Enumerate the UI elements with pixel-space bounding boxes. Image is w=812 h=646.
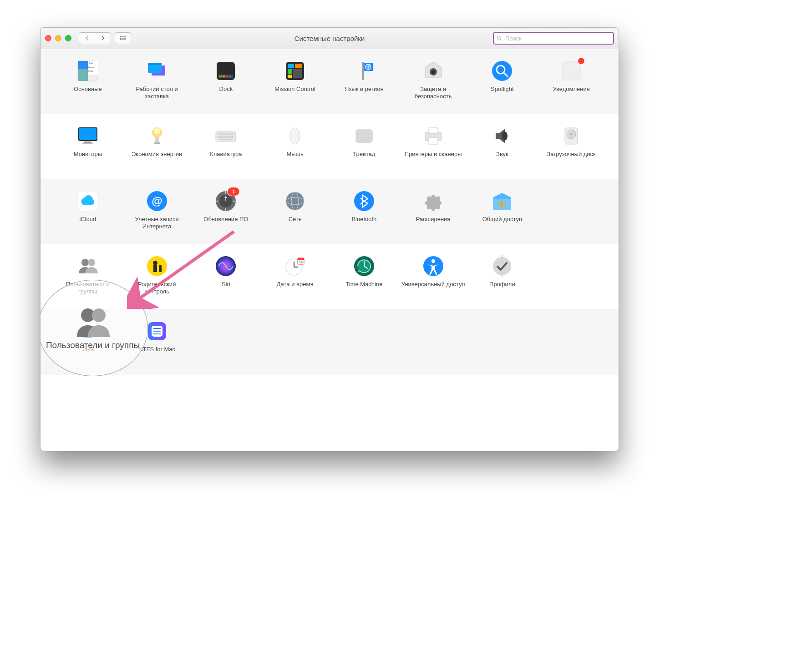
pref-siri[interactable]: Siri [192, 252, 261, 300]
show-all-button[interactable] [115, 32, 131, 44]
pref-dock[interactable]: Dock [192, 57, 261, 105]
pref-icloud[interactable]: iCloud [53, 187, 122, 235]
svg-point-80 [81, 259, 89, 266]
network-icon [283, 189, 307, 213]
svg-text:@: @ [152, 195, 162, 207]
back-button[interactable] [79, 33, 95, 44]
svg-text:18: 18 [299, 261, 303, 264]
svg-rect-79 [501, 202, 503, 207]
svg-rect-59 [429, 138, 438, 144]
svg-rect-12 [148, 63, 162, 65]
close-button[interactable] [45, 35, 51, 41]
pref-accessibility[interactable]: Универсальный доступ [399, 252, 468, 300]
svg-rect-46 [228, 133, 230, 135]
pref-profiles[interactable]: Профили [468, 252, 537, 300]
pref-displays[interactable]: Мониторы [53, 122, 122, 170]
pref-network[interactable]: Сеть [260, 187, 330, 235]
pref-general[interactable]: File New Ope Основные [53, 57, 122, 105]
pref-desktop[interactable]: Рабочий стол и заставка [122, 57, 192, 105]
svg-rect-49 [220, 136, 222, 138]
pref-sound[interactable]: Звук [468, 122, 537, 170]
svg-rect-32 [562, 62, 580, 80]
pref-internet-accounts[interactable]: @ Учетные записи Интернета [122, 187, 192, 235]
search-input[interactable] [504, 35, 610, 42]
notification-dot-icon [578, 58, 584, 64]
pref-label: Сеть [289, 216, 302, 223]
pref-label: Уведомления [553, 86, 589, 93]
users-icon-large [73, 305, 112, 337]
svg-rect-23 [293, 69, 302, 78]
svg-point-0 [497, 36, 501, 40]
pref-label: Клавиатура [210, 151, 242, 158]
svg-rect-9 [78, 69, 88, 81]
minimize-button[interactable] [55, 35, 61, 41]
dock-icon [214, 59, 238, 83]
pref-parental[interactable]: Родительский контроль [122, 252, 192, 300]
svg-rect-52 [228, 136, 230, 138]
zoom-button[interactable] [65, 35, 71, 41]
svg-rect-42 [218, 133, 219, 135]
pref-label: Трекпад [353, 151, 375, 158]
pref-label: Защита и безопасность [401, 86, 465, 101]
pref-spotlight[interactable]: Spotlight [468, 57, 537, 105]
svg-point-81 [88, 259, 95, 266]
svg-rect-92 [298, 258, 304, 260]
pref-label: Загрузочный диск [547, 151, 595, 158]
pref-label: Siri [222, 281, 230, 288]
nav-segment [79, 32, 111, 44]
pref-mission-control[interactable]: Mission Control [260, 57, 330, 105]
pref-notifications[interactable]: Уведомления [537, 57, 606, 105]
pref-security[interactable]: Защита и безопасность [399, 57, 468, 105]
pref-extensions[interactable]: Расширения [399, 187, 468, 235]
pref-time-machine[interactable]: Time Machine [330, 252, 399, 300]
datetime-icon: 18 [283, 254, 307, 278]
svg-point-63 [570, 133, 572, 135]
svg-rect-16 [223, 76, 225, 77]
titlebar: Системные настройки [41, 28, 619, 49]
pref-sharing[interactable]: Общий доступ [468, 187, 537, 235]
pref-printers[interactable]: Принтеры и сканеры [399, 122, 468, 170]
keyboard-icon [214, 124, 238, 148]
ntfs-icon [145, 319, 169, 343]
annotation-callout: Пользователи и группы [40, 280, 148, 376]
prefs-row-3: iCloud @ Учетные записи Интернета 1 Обно… [41, 179, 619, 244]
parental-icon [145, 254, 169, 278]
pref-label: Расширения [416, 216, 451, 223]
pref-label: NTFS for Mac [138, 346, 175, 353]
extensions-icon [421, 189, 445, 213]
pref-label: Mission Control [274, 86, 315, 93]
pref-software-update[interactable]: 1 Обновление ПО [192, 187, 261, 235]
prefs-row-2: Мониторы Экономия энергии Клавиатура Мыш… [41, 114, 619, 179]
internet-accounts-icon: @ [145, 189, 169, 213]
displays-icon [76, 124, 100, 148]
mouse-icon [283, 124, 307, 148]
svg-rect-45 [226, 133, 228, 135]
pref-startup-disk[interactable]: Загрузочный диск [537, 122, 606, 170]
pref-datetime[interactable]: 18 Дата и время [260, 252, 330, 300]
forward-button[interactable] [95, 33, 111, 44]
pref-energy[interactable]: Экономия энергии [122, 122, 192, 170]
svg-point-97 [431, 259, 435, 263]
svg-text:New: New [88, 66, 94, 69]
pref-label: Звук [496, 151, 508, 158]
general-icon: File New Ope [76, 59, 100, 83]
mission-control-icon [283, 59, 307, 83]
svg-text:File: File [89, 62, 93, 65]
pref-label: Рабочий стол и заставка [125, 86, 189, 101]
language-icon [352, 59, 376, 83]
svg-rect-18 [229, 76, 231, 77]
pref-mouse[interactable]: Мышь [260, 122, 330, 170]
pref-keyboard[interactable]: Клавиатура [192, 122, 261, 170]
pref-bluetooth[interactable]: Bluetooth [330, 187, 399, 235]
pref-language[interactable]: Язык и регион [330, 57, 399, 105]
svg-point-110 [92, 308, 106, 322]
search-field[interactable] [493, 32, 614, 45]
svg-rect-86 [159, 267, 162, 272]
svg-point-60 [502, 131, 508, 141]
pref-label: iCloud [79, 216, 96, 223]
profiles-icon [490, 254, 514, 278]
svg-rect-47 [231, 133, 233, 135]
pref-label: Язык и регион [345, 86, 384, 93]
svg-rect-33 [79, 128, 97, 141]
pref-trackpad[interactable]: Трекпад [330, 122, 399, 170]
